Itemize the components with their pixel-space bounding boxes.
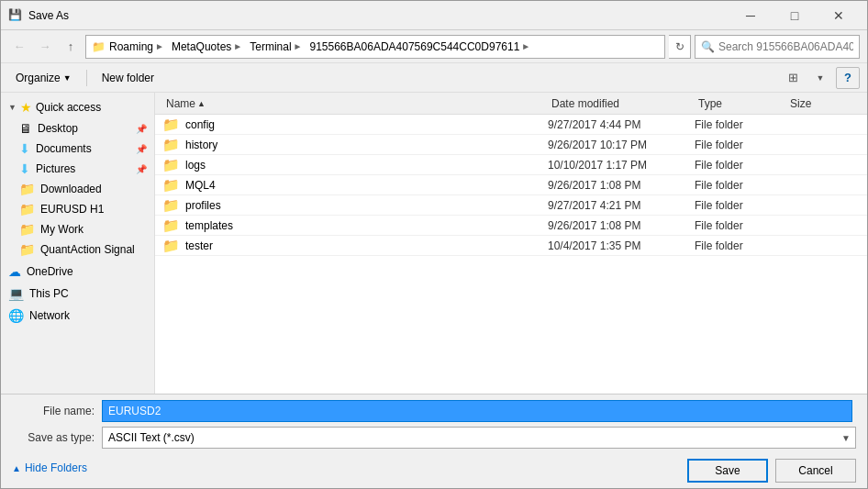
back-button[interactable]: ← [8, 36, 30, 58]
column-header-size[interactable]: Size [786, 97, 860, 110]
savetype-wrapper: ASCII Text (*.csv) ▼ [102, 427, 856, 449]
hide-folders-arrow-icon: ▲ [12, 463, 21, 473]
table-row[interactable]: 📁 logs 10/10/2017 1:17 PM File folder [155, 155, 867, 175]
main-content: ▼ ★ Quick access 🖥 Desktop 📌 ⬇ Documents… [1, 93, 867, 394]
close-button[interactable]: ✕ [818, 3, 860, 28]
eurusd-folder-icon: 📁 [19, 202, 35, 217]
sidebar-item-onedrive[interactable]: ☁ OneDrive [1, 261, 154, 282]
file-type: File folder [695, 179, 786, 192]
quantaction-folder-icon: 📁 [19, 242, 35, 257]
breadcrumb-roaming: Roaming ► [109, 40, 164, 53]
column-header-date[interactable]: Date modified [548, 97, 695, 110]
filename-row: File name: [12, 400, 856, 422]
downloaded-label: Downloaded [40, 183, 102, 195]
table-row[interactable]: 📁 profiles 9/27/2017 4:21 PM File folder [155, 195, 867, 216]
folder-icon: 📁 [162, 238, 180, 254]
save-button[interactable]: Save [687, 459, 768, 483]
view-arrow-icon: ▼ [817, 73, 825, 83]
mywork-label: My Work [40, 223, 83, 236]
file-date: 10/4/2017 1:35 PM [548, 239, 695, 252]
sidebar: ▼ ★ Quick access 🖥 Desktop 📌 ⬇ Documents… [1, 93, 155, 394]
network-section: 🌐 Network [1, 306, 154, 326]
up-button[interactable]: ↑ [60, 36, 82, 58]
thispc-label: This PC [29, 287, 69, 300]
network-icon: 🌐 [8, 308, 24, 323]
search-input[interactable] [718, 40, 853, 53]
savetype-label: Save as type: [12, 431, 95, 444]
table-row[interactable]: 📁 history 9/26/2017 10:17 PM File folder [155, 135, 867, 155]
cancel-button[interactable]: Cancel [775, 459, 856, 483]
savetype-row: Save as type: ASCII Text (*.csv) ▼ [12, 427, 856, 449]
table-row[interactable]: 📁 tester 10/4/2017 1:35 PM File folder [155, 236, 867, 256]
breadcrumb-metaquotes: MetaQuotes ► [172, 40, 242, 53]
file-list: Name ▲ Date modified Type Size 📁 config [155, 93, 867, 394]
window-title: Save As [28, 9, 729, 22]
table-row[interactable]: 📁 MQL4 9/26/2017 1:08 PM File folder [155, 175, 867, 195]
column-header-type[interactable]: Type [695, 97, 786, 110]
table-row[interactable]: 📁 config 9/27/2017 4:44 PM File folder [155, 115, 867, 135]
sidebar-item-eurusd-h1[interactable]: 📁 EURUSD H1 [1, 199, 154, 219]
hide-folders-label: Hide Folders [25, 461, 87, 474]
breadcrumb-terminal: Terminal ► [250, 40, 302, 53]
file-date: 9/26/2017 1:08 PM [548, 179, 695, 192]
quick-access-section: ▼ ★ Quick access 🖥 Desktop 📌 ⬇ Documents… [1, 96, 154, 260]
folder-icon: 📁 [162, 217, 180, 234]
sidebar-item-quantaction[interactable]: 📁 QuantAction Signal [1, 239, 154, 260]
help-button[interactable]: ? [836, 67, 860, 89]
quick-access-header[interactable]: ▼ ★ Quick access [1, 96, 154, 118]
sidebar-item-downloaded[interactable]: 📁 Downloaded [1, 179, 154, 199]
file-type: File folder [695, 159, 786, 172]
view-dropdown-button[interactable]: ▼ [808, 67, 832, 89]
breadcrumb-path: Roaming ► MetaQuotes ► Terminal ► 915566… [109, 40, 530, 53]
thispc-icon: 💻 [8, 286, 24, 301]
documents-pin-icon[interactable]: 📌 [136, 144, 147, 154]
search-icon: 🔍 [701, 40, 715, 53]
column-header-name[interactable]: Name ▲ [162, 97, 548, 110]
pictures-pin-icon[interactable]: 📌 [136, 164, 147, 174]
bottom-bar: File name: Save as type: ASCII Text (*.c… [1, 394, 867, 488]
sidebar-item-pictures[interactable]: ⬇ Pictures 📌 [1, 159, 154, 179]
filename-input[interactable] [102, 400, 852, 422]
new-folder-button[interactable]: New folder [95, 67, 161, 89]
mywork-folder-icon: 📁 [19, 222, 35, 237]
form-buttons: Save Cancel [687, 459, 856, 483]
sidebar-item-desktop[interactable]: 🖥 Desktop 📌 [1, 118, 154, 139]
view-options-button[interactable]: ⊞ [781, 67, 805, 89]
file-date: 9/27/2017 4:44 PM [548, 118, 695, 131]
file-name: logs [185, 159, 206, 172]
table-row[interactable]: 📁 templates 9/26/2017 1:08 PM File folde… [155, 216, 867, 236]
sidebar-item-thispc[interactable]: 💻 This PC [1, 283, 154, 304]
quick-access-icon: ★ [20, 100, 32, 115]
forward-button[interactable]: → [34, 36, 56, 58]
help-icon: ? [844, 71, 851, 84]
address-bar[interactable]: 📁 Roaming ► MetaQuotes ► Terminal ► 9155… [85, 35, 665, 59]
minimize-button[interactable]: ─ [729, 3, 772, 28]
folder-icon: 📁 [162, 117, 180, 133]
address-bar-icon: 📁 [92, 40, 106, 53]
title-bar-controls: ─ □ ✕ [729, 3, 860, 28]
file-type: File folder [695, 118, 786, 131]
hide-folders-toggle[interactable]: ▲ Hide Folders [12, 460, 87, 476]
savetype-select[interactable]: ASCII Text (*.csv) [102, 427, 856, 449]
refresh-button[interactable]: ↻ [669, 35, 691, 59]
window-icon: 💾 [8, 8, 23, 23]
title-bar: 💾 Save As ─ □ ✕ [1, 1, 867, 30]
organize-button[interactable]: Organize ▼ [8, 67, 79, 89]
file-name: history [185, 139, 217, 151]
downloaded-folder-icon: 📁 [19, 182, 35, 196]
onedrive-label: OneDrive [27, 265, 73, 278]
file-type: File folder [695, 239, 786, 252]
maximize-button[interactable]: □ [773, 3, 816, 28]
sidebar-item-network[interactable]: 🌐 Network [1, 306, 154, 326]
desktop-pin-icon[interactable]: 📌 [136, 124, 147, 134]
file-name: templates [185, 219, 233, 232]
file-date: 9/26/2017 10:17 PM [548, 139, 695, 151]
sidebar-item-documents[interactable]: ⬇ Documents 📌 [1, 139, 154, 159]
file-list-header: Name ▲ Date modified Type Size [155, 93, 867, 115]
organize-label: Organize [16, 72, 61, 84]
onedrive-icon: ☁ [8, 264, 21, 279]
search-box[interactable]: 🔍 [695, 35, 860, 59]
sidebar-item-my-work[interactable]: 📁 My Work [1, 219, 154, 239]
quick-access-arrow-icon: ▼ [8, 103, 17, 112]
file-type: File folder [695, 139, 786, 151]
